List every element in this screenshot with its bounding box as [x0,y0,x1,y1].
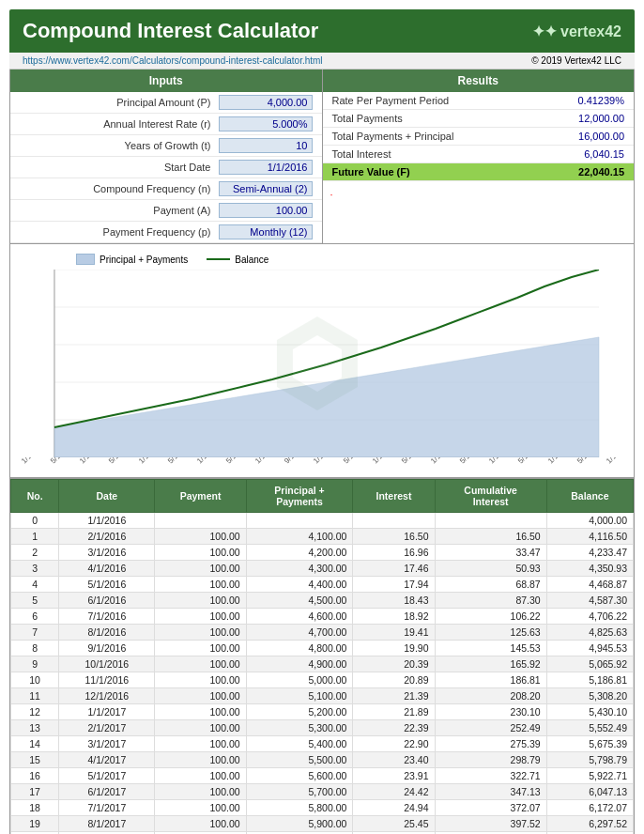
table-row: 34/1/2016100.004,300.0017.4650.934,350.9… [11,561,634,577]
table-cell: 12 [11,704,59,720]
table-cell: 12/1/2016 [59,688,155,704]
table-cell [435,513,546,529]
table-cell: 7/1/2017 [59,800,155,816]
table-cell: 18.92 [353,609,435,625]
table-cell: 252.49 [435,720,546,736]
table-cell: 16 [11,768,59,784]
table-cell: 2/1/2017 [59,720,155,736]
main-content: Inputs Principal Amount (P) 4,000.00 Ann… [9,70,635,834]
table-row: 143/1/2017100.005,400.0022.90275.395,675… [11,736,634,752]
inputs-header: Inputs [10,70,322,92]
table-cell: 19.41 [353,625,435,641]
table-cell: 298.79 [435,752,546,768]
table-cell: 100.00 [155,656,246,672]
table-cell: 20.89 [353,672,435,688]
table-cell: 9 [11,656,59,672]
table-cell: 4,500.00 [246,593,353,609]
result-label-2: Total Payments + Principal [332,131,550,142]
input-row-2: Years of Growth (t) 10 [10,135,322,157]
col-header-principal-payments: Principal +Payments [246,480,353,513]
table-cell: 22.90 [353,736,435,752]
results-section: Results Rate Per Payment Period 0.41239%… [323,70,635,243]
legend-principal: Principal + Payments [76,254,188,265]
table-row: 56/1/2016100.004,500.0018.4387.304,587.3… [11,593,634,609]
table-cell: 24.94 [353,800,435,816]
table-cell: 230.10 [435,704,546,720]
table-cell: 19.90 [353,641,435,656]
table-cell: 4,300.00 [246,561,353,577]
copyright: © 2019 Vertex42 LLC [531,55,621,66]
col-header-balance: Balance [546,480,633,513]
input-value-2: 10 [219,138,313,153]
table-cell: 4 [11,577,59,593]
table-cell: 5 [11,593,59,609]
input-label-4: Compound Frequency (n) [20,183,219,194]
legend-box-blue [76,254,95,265]
table-cell: 5,600.00 [246,768,353,784]
input-row-4: Compound Frequency (n) Semi-Annual (2) [10,178,322,200]
table-cell: 11/1/2016 [59,672,155,688]
table-cell: 5,200.00 [246,704,353,720]
table-cell: 3/1/2017 [59,736,155,752]
table-cell: 1/1/2016 [59,513,155,529]
table-cell: 5,100.00 [246,688,353,704]
input-value-5: 100.00 [219,203,313,218]
legend-line-green [207,258,230,260]
table-row: 1011/1/2016100.005,000.0020.89186.815,18… [11,672,634,688]
table-cell: 2 [11,545,59,561]
table-cell: 5,065.92 [546,656,633,672]
table-cell: 24.42 [353,784,435,800]
table-cell: 4/1/2016 [59,561,155,577]
table-cell [155,513,246,529]
table-cell: 100.00 [155,625,246,641]
table-cell: 19 [11,816,59,832]
table-cell: 4,200.00 [246,545,353,561]
result-row-2: Total Payments + Principal 16,000.00 [323,128,635,146]
table-cell: 4,400.00 [246,577,353,593]
table-cell: 5,675.39 [546,736,633,752]
table-cell: 18 [11,800,59,816]
input-label-3: Start Date [20,162,219,173]
table-cell: 6/1/2017 [59,784,155,800]
table-cell: 100.00 [155,688,246,704]
table-cell: 100.00 [155,529,246,545]
table-cell: 4,945.53 [546,641,633,656]
table-cell: 4,825.63 [546,625,633,641]
col-header-cumulative-interest: CumulativeInterest [435,480,546,513]
url-link[interactable]: https://www.vertex42.com/Calculators/com… [23,55,323,66]
table-cell: 372.07 [435,800,546,816]
results-header: Results [323,70,635,92]
table-cell: 4,468.87 [546,577,633,593]
table-cell: 13 [11,720,59,736]
table-cell: 100.00 [155,593,246,609]
table-cell: 186.81 [435,672,546,688]
table-cell: 8/1/2016 [59,625,155,641]
table-cell: 21.39 [353,688,435,704]
logo-text: ✦✦ vertex42 [532,23,621,40]
table-cell: 11 [11,688,59,704]
table-cell: 1/1/2017 [59,704,155,720]
table-cell: 1 [11,529,59,545]
input-row-5: Payment (A) 100.00 [10,200,322,222]
app-title: Compound Interest Calculator [23,19,318,43]
input-label-1: Annual Interest Rate (r) [20,118,219,130]
table-row: 12/1/2016100.004,100.0016.5016.504,116.5… [11,529,634,545]
table-cell: 21.89 [353,704,435,720]
table-cell: 100.00 [155,641,246,656]
table-cell: 10/1/2016 [59,656,155,672]
table-cell: 322.71 [435,768,546,784]
table-cell: 2/1/2016 [59,529,155,545]
table-row: 121/1/2017100.005,200.0021.89230.105,430… [11,704,634,720]
table-cell: 5,430.10 [546,704,633,720]
table-cell: 23.91 [353,768,435,784]
input-value-6: Monthly (12) [219,224,313,239]
table-cell: 5,552.49 [546,720,633,736]
table-cell: 9/1/2016 [59,641,155,656]
table-cell: 16.50 [435,529,546,545]
table-cell: 4,706.22 [546,609,633,625]
table-cell: 5,500.00 [246,752,353,768]
input-value-0: 4,000.00 [219,95,313,110]
table-cell: 4/1/2017 [59,752,155,768]
table-cell: 165.92 [435,656,546,672]
table-cell: 100.00 [155,768,246,784]
